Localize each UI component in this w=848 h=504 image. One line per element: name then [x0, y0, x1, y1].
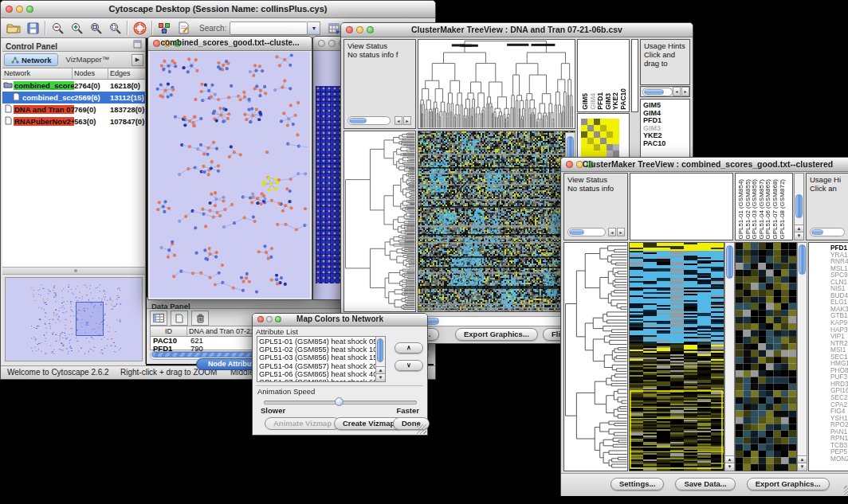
tv2-view-status-panel: View Status No status info ◂ ▸: [563, 173, 628, 240]
treeview2-title-bar[interactable]: ClusterMaker TreeView : combined_scores_…: [561, 158, 848, 172]
heatmap-cell: [607, 125, 613, 131]
animation-speed-slider[interactable]: [264, 400, 417, 404]
attribute-select-button[interactable]: [150, 311, 167, 326]
attribute-list-item[interactable]: GPL51-01 (GSM854) heat shock 05 min: [257, 338, 375, 346]
zoom-selected-button[interactable]: [105, 19, 124, 37]
tv1-row-dendrogram[interactable]: [344, 131, 416, 312]
tv2-button-export-graphics-[interactable]: Export Graphics...: [747, 478, 830, 490]
panel-splitter[interactable]: [2, 267, 145, 275]
column-header-network[interactable]: Network: [2, 68, 73, 79]
vscroll-thumb[interactable]: [795, 194, 803, 218]
search-input[interactable]: [230, 21, 308, 35]
scroll-down-arrow[interactable]: ▼: [795, 232, 803, 240]
table-grid-icon: [153, 314, 164, 322]
network-canvas[interactable]: [150, 52, 310, 298]
attribute-list-item[interactable]: GPL51-03 (GSM856) heat shock 15 min: [257, 354, 375, 361]
vscroll-thumb[interactable]: [726, 245, 733, 279]
scroll-left-arrow[interactable]: ◂: [395, 116, 402, 125]
scroll-down-arrow[interactable]: ▼: [725, 463, 734, 471]
slider-thumb[interactable]: [335, 397, 344, 406]
scroll-right-arrow[interactable]: ▸: [617, 228, 625, 236]
network-list-row[interactable]: combined_scores2764(0)16218(0): [2, 80, 145, 92]
open-file-button[interactable]: [4, 19, 23, 37]
scroll-down-arrow[interactable]: ▼: [376, 373, 385, 381]
tab-vizmapper[interactable]: VizMapper™: [58, 54, 116, 65]
tv1-heatmap[interactable]: [418, 131, 575, 312]
tv2-usage-hscrollbar[interactable]: [810, 228, 845, 236]
highlight-button[interactable]: [130, 19, 149, 37]
animate-vizmap-button[interactable]: Animate Vizmap: [265, 417, 340, 430]
network-list-row[interactable]: combined_sco2569(6)13112(15): [2, 92, 145, 104]
attribute-list-item[interactable]: GPL51-04 (GSM857) heat shock 20 min: [257, 362, 375, 370]
open-folder-icon: [6, 22, 21, 33]
scroll-right-arrow[interactable]: ▸: [681, 87, 689, 96]
vscroll-thumb[interactable]: [799, 244, 806, 275]
treeview1-title-bar[interactable]: ClusterMaker TreeView : DNA and Tran 07-…: [341, 23, 693, 37]
column-header-edges[interactable]: Edges: [108, 68, 145, 79]
tv2-status-hscrollbar[interactable]: [567, 228, 606, 236]
tv2-button-save-data-[interactable]: Save Data...: [675, 478, 735, 490]
network-edges-count: 107847(0): [110, 117, 145, 126]
delete-attribute-button[interactable]: [191, 311, 209, 326]
network-title-bar[interactable]: combined_scores_good.txt--cluste...: [148, 37, 312, 51]
float-panel-icon[interactable]: [133, 40, 142, 49]
heatmap-cell: [613, 119, 619, 125]
heatmap-cell: [581, 150, 587, 157]
tv2-heatmap-vscrollbar[interactable]: ▲ ▼: [724, 242, 735, 471]
heatmap-cell: [587, 119, 594, 125]
network-icon: [2, 104, 14, 115]
column-header-nodes[interactable]: Nodes: [73, 68, 108, 79]
dialog-title-bar[interactable]: Map Colors to Network: [253, 314, 427, 326]
heatmap-cell: [600, 138, 607, 144]
tv1-zoom-vscroll-track[interactable]: [631, 39, 638, 112]
heatmap-cell: [581, 138, 587, 144]
attribute-list-vscrollbar[interactable]: ▲ ▼: [375, 337, 385, 381]
tv2-labels-vscrollbar[interactable]: ▲ ▼: [794, 173, 804, 240]
zoom-fit-button[interactable]: [86, 19, 105, 37]
attribute-list-item[interactable]: GPL51-07 (GSM868) heat shock 60 min: [257, 378, 375, 382]
annotation-button[interactable]: [174, 19, 193, 37]
tv1-usage-hscrollbar[interactable]: [642, 88, 673, 96]
tv2-column-label: GPL51-01 (GSM854): [737, 179, 744, 240]
attribute-list-item[interactable]: GPL51-06 (GSM865) heat shock 40 min: [257, 370, 375, 378]
tv2-heatmap[interactable]: [629, 242, 724, 471]
move-down-button[interactable]: ∨: [395, 360, 423, 371]
tv2-column-dendrogram[interactable]: [630, 173, 733, 240]
save-session-button[interactable]: [23, 19, 42, 37]
main-title-bar[interactable]: Cytoscape Desktop (Session Name: collins…: [1, 1, 435, 18]
vizmapper-shortcut-button[interactable]: [155, 19, 174, 37]
heatmap-cell: [587, 138, 594, 144]
attribute-list-item[interactable]: GPL51-02 (GSM855) heat shock 10 min: [257, 346, 375, 354]
tv1-column-dendrogram[interactable]: [418, 39, 575, 129]
network-list-row[interactable]: DNA and Tran 07769(0)183728(0): [2, 104, 145, 115]
scroll-right-arrow[interactable]: ▸: [403, 116, 411, 125]
tv1-zoom-heatmap[interactable]: [581, 119, 619, 157]
search-dropdown-button[interactable]: ▼: [308, 21, 320, 35]
network-table-header: Network Nodes Edges: [2, 68, 145, 80]
scroll-left-arrow[interactable]: ◂: [608, 228, 616, 236]
resize-grip[interactable]: [417, 424, 426, 434]
zoom-out-button[interactable]: [48, 19, 67, 37]
create-attribute-button[interactable]: [171, 311, 188, 326]
scroll-down-arrow[interactable]: ▼: [798, 463, 807, 471]
resize-grip[interactable]: [844, 486, 848, 495]
network-list-row[interactable]: RNAPuberNov2+563(0)107847(0): [2, 115, 145, 127]
tab-overflow-button[interactable]: ▶: [132, 54, 143, 66]
vizmapper-icon: [158, 22, 171, 34]
tv2-zoom-heatmap[interactable]: [735, 242, 797, 471]
dialog-title: Map Colors to Network: [253, 315, 427, 323]
tv1-button-export-graphics-[interactable]: Export Graphics...: [455, 328, 538, 341]
scroll-left-arrow[interactable]: ◂: [673, 87, 681, 96]
tv2-button-settings-[interactable]: Settings...: [610, 478, 664, 490]
tv1-view-status-message: No status info f: [344, 50, 415, 59]
move-up-button[interactable]: ∧: [395, 342, 423, 354]
tv2-zoom-vscrollbar[interactable]: ▲ ▼: [797, 242, 807, 471]
tab-network[interactable]: Network: [4, 53, 58, 66]
heatmap-cell: [607, 131, 613, 138]
zoom-in-button[interactable]: [67, 19, 86, 37]
attribute-list[interactable]: GPL51-01 (GSM854) heat shock 05 minGPL51…: [257, 336, 386, 382]
tv1-status-hscrollbar[interactable]: [347, 116, 391, 125]
vscroll-thumb[interactable]: [377, 338, 383, 362]
birdseye-overview[interactable]: [5, 277, 143, 361]
tv2-row-dendrogram[interactable]: [563, 242, 628, 471]
